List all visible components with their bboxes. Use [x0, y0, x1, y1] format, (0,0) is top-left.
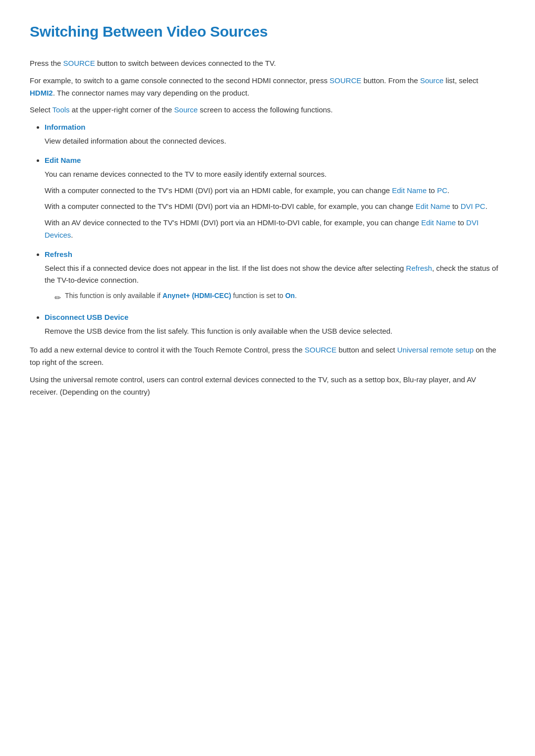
- intro-paragraph-2: For example, to switch to a game console…: [30, 75, 505, 100]
- outro-paragraph-2: Using the universal remote control, user…: [30, 374, 505, 399]
- note-text: This function is only available if Anyne…: [65, 291, 297, 301]
- source-link-4: Source: [174, 105, 198, 114]
- dvi-pc-link: DVI PC: [461, 202, 485, 210]
- list-item-disconnect-usb: Disconnect USB Device Remove the USB dev…: [45, 311, 505, 338]
- features-list: Information View detailed information ab…: [30, 121, 505, 337]
- dvi-devices-link: DVI Devices: [45, 218, 479, 239]
- list-item-information: Information View detailed information ab…: [45, 121, 505, 148]
- edit-name-desc-3: With a computer connected to the TV's HD…: [45, 201, 505, 213]
- source-link-1: SOURCE: [63, 59, 95, 67]
- edit-name-link-2: Edit Name: [416, 202, 450, 210]
- edit-name-content: You can rename devices connected to the …: [45, 168, 505, 242]
- edit-name-desc-4: With an AV device connected to the TV's …: [45, 217, 505, 242]
- disconnect-usb-term: Disconnect USB Device: [45, 311, 505, 323]
- tools-link: Tools: [53, 105, 70, 114]
- on-link: On: [285, 292, 295, 300]
- refresh-term: Refresh: [45, 249, 505, 260]
- intro-paragraph-1: Press the SOURCE button to switch betwee…: [30, 57, 505, 70]
- refresh-content: Select this if a connected device does n…: [45, 262, 505, 304]
- universal-remote-link: Universal remote setup: [397, 346, 474, 354]
- information-term: Information: [45, 121, 505, 133]
- information-content: View detailed information about the conn…: [45, 135, 505, 148]
- list-item-refresh: Refresh Select this if a connected devic…: [45, 249, 505, 304]
- note-icon: ✏: [54, 292, 61, 304]
- source-link-2: SOURCE: [329, 76, 361, 85]
- edit-name-desc-1: You can rename devices connected to the …: [45, 168, 505, 181]
- edit-name-link-3: Edit Name: [421, 218, 456, 227]
- hdmi2-link: HDMI2: [30, 89, 53, 97]
- information-description: View detailed information about the conn…: [45, 135, 505, 148]
- list-item-edit-name: Edit Name You can rename devices connect…: [45, 154, 505, 242]
- refresh-link: Refresh: [406, 264, 432, 272]
- refresh-description: Select this if a connected device does n…: [45, 262, 505, 287]
- refresh-note: ✏ This function is only available if Any…: [45, 291, 505, 304]
- edit-name-term: Edit Name: [45, 154, 505, 166]
- outro-paragraph-1: To add a new external device to control …: [30, 344, 505, 369]
- pc-link: PC: [437, 186, 447, 195]
- edit-name-link-1: Edit Name: [392, 186, 427, 195]
- page-title: Switching Between Video Sources: [30, 20, 505, 44]
- source-link-3: Source: [420, 76, 444, 85]
- anynet-link: Anynet+ (HDMI-CEC): [162, 292, 231, 300]
- source-link-5: SOURCE: [305, 346, 336, 354]
- edit-name-desc-2: With a computer connected to the TV's HD…: [45, 185, 505, 197]
- disconnect-usb-description: Remove the USB device from the list safe…: [45, 325, 505, 338]
- disconnect-usb-content: Remove the USB device from the list safe…: [45, 325, 505, 338]
- intro-paragraph-3: Select Tools at the upper-right corner o…: [30, 104, 505, 116]
